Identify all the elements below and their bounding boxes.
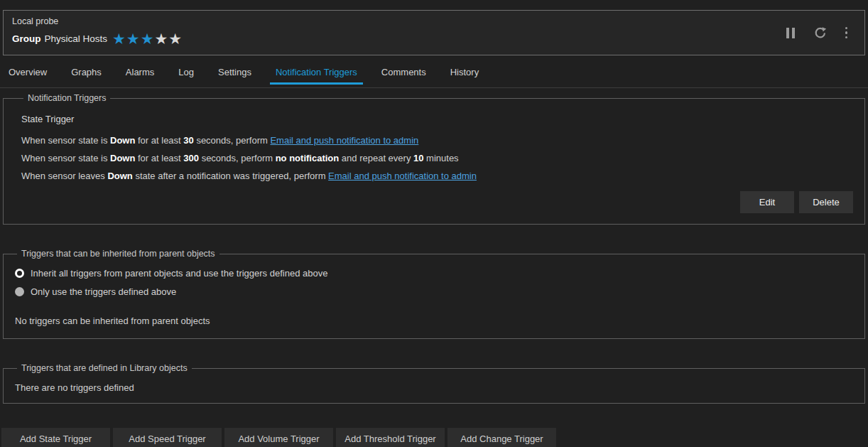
priority-stars-filled[interactable]: ★★★ — [112, 31, 154, 47]
trigger-rule: When sensor leaves Down state after a no… — [21, 167, 853, 185]
only-defined-label[interactable]: Only use the triggers defined above — [31, 286, 176, 297]
tab-log[interactable]: Log — [173, 63, 200, 85]
more-options-icon[interactable] — [845, 26, 848, 39]
notification-triggers-panel: Notification Triggers State Trigger When… — [3, 93, 865, 225]
rule-bold-text: 10 — [413, 153, 423, 163]
object-type-label: Group — [12, 33, 41, 44]
rule-bold-text: no notification — [276, 153, 340, 163]
notification-link[interactable]: Email and push notification to admin — [328, 171, 477, 181]
priority-stars[interactable]: ★★★★★ — [112, 34, 183, 44]
inherit-option-row[interactable]: Inherit all triggers from parent objects… — [15, 268, 853, 279]
tab-bar: Overview Graphs Alarms Log Settings Noti… — [0, 55, 868, 85]
notification-triggers-legend: Notification Triggers — [23, 93, 110, 103]
rule-text: for at least — [135, 153, 183, 163]
pause-icon[interactable] — [786, 26, 795, 39]
add-trigger-actions: Add State Trigger Add Speed Trigger Add … — [1, 428, 868, 447]
notification-link[interactable]: Email and push notification to admin — [270, 135, 418, 146]
delete-button[interactable]: Delete — [799, 191, 853, 213]
trigger-rules: When sensor state is Down for at least 3… — [21, 131, 853, 185]
header-toolbar — [786, 26, 848, 39]
group-title-row: Group Physical Hosts ★★★★★ — [12, 33, 856, 44]
library-triggers-legend: Triggers that are defined in Library obj… — [17, 363, 192, 373]
rule-text: When sensor state is — [21, 135, 110, 146]
tab-divider — [0, 87, 868, 88]
inherit-note: No triggers can be inherited from parent… — [15, 316, 853, 326]
trigger-rule: When sensor state is Down for at least 3… — [21, 149, 853, 167]
inherit-all-radio[interactable] — [15, 269, 24, 278]
rule-text: and repeat every — [339, 153, 413, 163]
rule-bold-text: 30 — [183, 135, 193, 146]
inherit-option-row[interactable]: Only use the triggers defined above — [15, 286, 853, 297]
library-note: There are no triggers defined — [15, 382, 853, 393]
rule-bold-text: 300 — [183, 153, 199, 163]
add-speed-trigger-button[interactable]: Add Speed Trigger — [113, 428, 222, 447]
tab-overview[interactable]: Overview — [3, 63, 53, 85]
tab-alarms[interactable]: Alarms — [120, 63, 160, 85]
add-state-trigger-button[interactable]: Add State Trigger — [1, 428, 110, 447]
tab-notification-triggers[interactable]: Notification Triggers — [270, 63, 363, 85]
object-header: Local probe Group Physical Hosts ★★★★★ — [3, 10, 865, 55]
rule-text: seconds, perform — [199, 153, 276, 163]
trigger-button-row: Edit Delete — [21, 191, 853, 213]
state-trigger-title: State Trigger — [21, 114, 853, 124]
rule-bold-text: Down — [110, 153, 135, 163]
rule-bold-text: Down — [107, 171, 132, 181]
tab-history[interactable]: History — [445, 63, 484, 85]
priority-stars-empty[interactable]: ★★ — [155, 31, 183, 47]
inherited-triggers-panel: Triggers that can be inherited from pare… — [3, 249, 865, 339]
object-name: Physical Hosts — [45, 33, 108, 44]
tab-settings[interactable]: Settings — [212, 63, 257, 85]
only-defined-radio[interactable] — [15, 287, 24, 296]
tab-graphs[interactable]: Graphs — [65, 63, 107, 85]
probe-name: Local probe — [12, 16, 856, 26]
rule-text: minutes — [423, 153, 458, 163]
add-change-trigger-button[interactable]: Add Change Trigger — [447, 428, 556, 447]
refresh-icon[interactable] — [813, 26, 827, 39]
rule-text: for at least — [135, 135, 183, 146]
inherited-triggers-legend: Triggers that can be inherited from pare… — [17, 249, 219, 259]
rule-bold-text: Down — [110, 135, 135, 146]
rule-text: When sensor leaves — [21, 171, 107, 181]
rule-text: state after a notification was triggered… — [133, 171, 328, 181]
inherit-all-label[interactable]: Inherit all triggers from parent objects… — [31, 268, 327, 279]
rule-text: seconds, perform — [194, 135, 271, 146]
add-threshold-trigger-button[interactable]: Add Threshold Trigger — [336, 428, 445, 447]
rule-text: When sensor state is — [21, 153, 110, 163]
tab-comments[interactable]: Comments — [376, 63, 432, 85]
add-volume-trigger-button[interactable]: Add Volume Trigger — [224, 428, 333, 447]
library-triggers-panel: Triggers that are defined in Library obj… — [3, 363, 865, 404]
edit-button[interactable]: Edit — [740, 191, 794, 213]
trigger-rule: When sensor state is Down for at least 3… — [21, 131, 853, 149]
